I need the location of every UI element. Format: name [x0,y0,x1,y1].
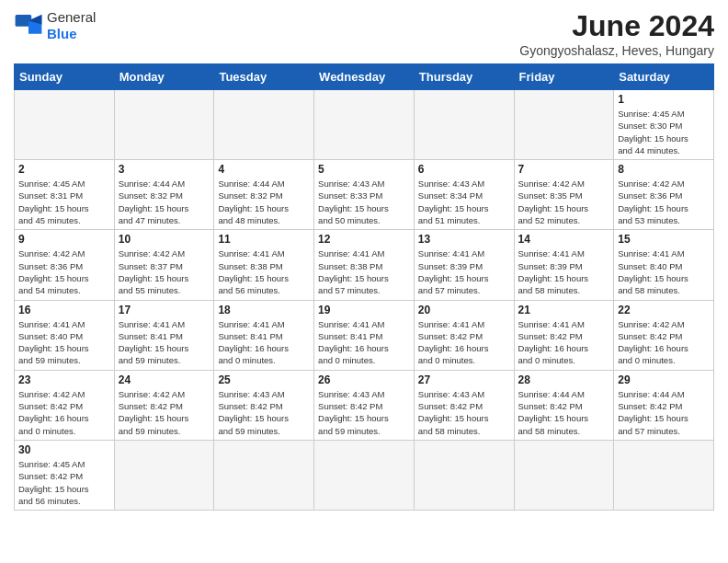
table-row: 18Sunrise: 4:41 AM Sunset: 8:41 PM Dayli… [214,300,314,370]
day-number: 13 [418,233,510,246]
table-row: 1Sunrise: 4:45 AM Sunset: 8:30 PM Daylig… [614,90,714,160]
day-info: Sunrise: 4:43 AM Sunset: 8:34 PM Dayligh… [418,178,510,226]
calendar-subtitle: Gyongyoshalasz, Heves, Hungary [519,43,714,58]
day-number: 5 [318,163,410,176]
day-info: Sunrise: 4:45 AM Sunset: 8:30 PM Dayligh… [618,108,710,156]
header-sunday: Sunday [15,64,115,90]
day-info: Sunrise: 4:41 AM Sunset: 8:38 PM Dayligh… [218,247,310,296]
day-info: Sunrise: 4:41 AM Sunset: 8:38 PM Dayligh… [318,247,410,296]
day-number: 12 [318,233,410,246]
day-number: 20 [418,304,510,316]
table-row [414,90,514,160]
day-number: 1 [618,93,710,106]
day-number: 4 [218,163,310,176]
table-row: 3Sunrise: 4:44 AM Sunset: 8:32 PM Daylig… [114,160,214,230]
header-monday: Monday [114,64,214,90]
table-row: 16Sunrise: 4:41 AM Sunset: 8:40 PM Dayli… [15,300,115,370]
day-info: Sunrise: 4:41 AM Sunset: 8:40 PM Dayligh… [618,247,710,296]
day-info: Sunrise: 4:45 AM Sunset: 8:42 PM Dayligh… [18,458,110,507]
day-info: Sunrise: 4:44 AM Sunset: 8:32 PM Dayligh… [218,178,310,226]
table-row: 12Sunrise: 4:41 AM Sunset: 8:38 PM Dayli… [314,230,415,300]
day-number: 10 [119,233,210,246]
table-row: 30Sunrise: 4:45 AM Sunset: 8:42 PM Dayli… [15,440,115,510]
day-number: 25 [218,373,310,386]
table-row: 14Sunrise: 4:41 AM Sunset: 8:39 PM Dayli… [514,230,614,300]
table-row: 24Sunrise: 4:42 AM Sunset: 8:42 PM Dayli… [114,370,214,440]
day-info: Sunrise: 4:42 AM Sunset: 8:35 PM Dayligh… [518,178,610,226]
header-thursday: Thursday [414,64,514,90]
table-row [614,440,714,510]
page-header: General Blue June 2024 Gyongyoshalasz, H… [14,9,714,58]
day-info: Sunrise: 4:42 AM Sunset: 8:42 PM Dayligh… [18,388,110,437]
logo-text: General Blue [47,9,96,42]
day-info: Sunrise: 4:42 AM Sunset: 8:42 PM Dayligh… [618,318,710,367]
day-number: 16 [18,304,110,316]
logo-icon [14,13,43,39]
table-row [514,90,614,160]
table-row: 9Sunrise: 4:42 AM Sunset: 8:36 PM Daylig… [15,230,115,300]
day-info: Sunrise: 4:43 AM Sunset: 8:42 PM Dayligh… [418,388,510,437]
title-area: June 2024 Gyongyoshalasz, Heves, Hungary [519,9,714,58]
day-number: 21 [518,304,610,316]
table-row: 11Sunrise: 4:41 AM Sunset: 8:38 PM Dayli… [214,230,314,300]
day-info: Sunrise: 4:41 AM Sunset: 8:41 PM Dayligh… [318,318,410,367]
day-info: Sunrise: 4:42 AM Sunset: 8:36 PM Dayligh… [18,247,110,296]
day-number: 6 [418,163,510,176]
day-number: 7 [518,163,610,176]
header-saturday: Saturday [614,64,714,90]
table-row: 5Sunrise: 4:43 AM Sunset: 8:33 PM Daylig… [314,160,415,230]
table-row: 22Sunrise: 4:42 AM Sunset: 8:42 PM Dayli… [614,300,714,370]
day-info: Sunrise: 4:43 AM Sunset: 8:33 PM Dayligh… [318,178,410,226]
table-row: 13Sunrise: 4:41 AM Sunset: 8:39 PM Dayli… [414,230,514,300]
table-row: 17Sunrise: 4:41 AM Sunset: 8:41 PM Dayli… [114,300,214,370]
table-row: 28Sunrise: 4:44 AM Sunset: 8:42 PM Dayli… [514,370,614,440]
day-info: Sunrise: 4:41 AM Sunset: 8:39 PM Dayligh… [518,247,610,296]
header-tuesday: Tuesday [214,64,314,90]
table-row [15,90,115,160]
table-row [214,440,314,510]
table-row [314,90,415,160]
table-row: 4Sunrise: 4:44 AM Sunset: 8:32 PM Daylig… [214,160,314,230]
table-row: 2Sunrise: 4:45 AM Sunset: 8:31 PM Daylig… [15,160,115,230]
day-info: Sunrise: 4:43 AM Sunset: 8:42 PM Dayligh… [218,388,310,437]
day-info: Sunrise: 4:41 AM Sunset: 8:42 PM Dayligh… [518,318,610,367]
day-number: 18 [218,304,310,316]
day-info: Sunrise: 4:42 AM Sunset: 8:36 PM Dayligh… [618,178,710,226]
table-row: 10Sunrise: 4:42 AM Sunset: 8:37 PM Dayli… [114,230,214,300]
day-info: Sunrise: 4:41 AM Sunset: 8:41 PM Dayligh… [119,318,210,367]
table-row: 19Sunrise: 4:41 AM Sunset: 8:41 PM Dayli… [314,300,415,370]
day-number: 28 [518,373,610,386]
table-row: 15Sunrise: 4:41 AM Sunset: 8:40 PM Dayli… [614,230,714,300]
day-number: 23 [18,373,110,386]
day-number: 9 [18,233,110,246]
day-number: 2 [18,163,110,176]
day-number: 15 [618,233,710,246]
day-number: 8 [618,163,710,176]
day-number: 30 [18,443,110,456]
table-row [214,90,314,160]
day-number: 11 [218,233,310,246]
table-row [114,440,214,510]
table-row [414,440,514,510]
day-info: Sunrise: 4:45 AM Sunset: 8:31 PM Dayligh… [18,178,110,226]
table-row [314,440,415,510]
table-row: 29Sunrise: 4:44 AM Sunset: 8:42 PM Dayli… [614,370,714,440]
logo: General Blue [14,9,96,42]
day-info: Sunrise: 4:41 AM Sunset: 8:42 PM Dayligh… [418,318,510,367]
calendar-title: June 2024 [519,9,714,43]
table-row: 7Sunrise: 4:42 AM Sunset: 8:35 PM Daylig… [514,160,614,230]
table-row: 27Sunrise: 4:43 AM Sunset: 8:42 PM Dayli… [414,370,514,440]
day-info: Sunrise: 4:43 AM Sunset: 8:42 PM Dayligh… [318,388,410,437]
day-info: Sunrise: 4:44 AM Sunset: 8:42 PM Dayligh… [518,388,610,437]
table-row: 25Sunrise: 4:43 AM Sunset: 8:42 PM Dayli… [214,370,314,440]
calendar-header-row: Sunday Monday Tuesday Wednesday Thursday… [15,64,714,90]
day-number: 27 [418,373,510,386]
table-row: 8Sunrise: 4:42 AM Sunset: 8:36 PM Daylig… [614,160,714,230]
day-number: 17 [119,304,210,316]
table-row: 26Sunrise: 4:43 AM Sunset: 8:42 PM Dayli… [314,370,415,440]
table-row: 21Sunrise: 4:41 AM Sunset: 8:42 PM Dayli… [514,300,614,370]
table-row: 20Sunrise: 4:41 AM Sunset: 8:42 PM Dayli… [414,300,514,370]
day-number: 14 [518,233,610,246]
table-row: 23Sunrise: 4:42 AM Sunset: 8:42 PM Dayli… [15,370,115,440]
table-row [514,440,614,510]
